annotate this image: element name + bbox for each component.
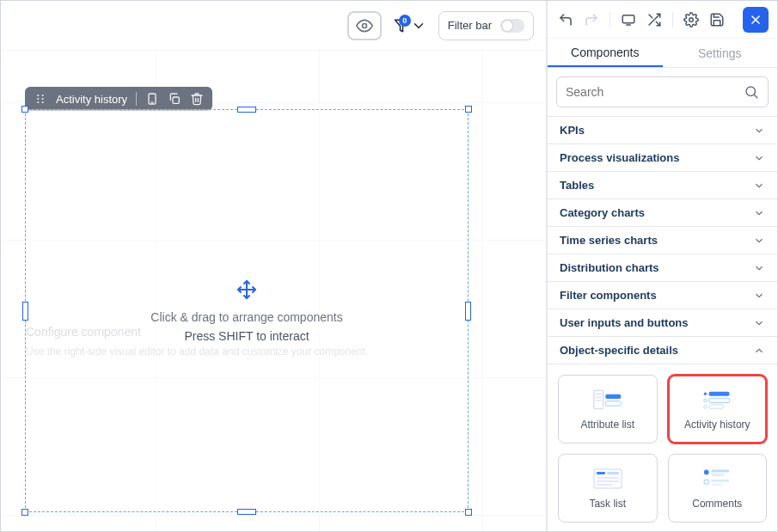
accordion-label: Tables (560, 179, 594, 192)
svg-point-44 (704, 480, 709, 485)
chevron-down-icon (753, 235, 765, 247)
card-attribute-list[interactable]: Attribute list (558, 375, 658, 443)
svg-rect-46 (712, 484, 723, 486)
divider (136, 92, 137, 106)
svg-point-33 (704, 406, 707, 408)
search-input[interactable] (566, 85, 737, 99)
accordion-user-inputs[interactable]: User inputs and buttons (548, 309, 777, 337)
svg-rect-32 (709, 398, 730, 402)
filter-count-badge: 0 (399, 15, 411, 27)
filter-dropdown[interactable]: 0 (390, 18, 430, 34)
svg-point-5 (42, 95, 44, 96)
task-list-icon (593, 467, 622, 491)
svg-rect-13 (622, 15, 634, 22)
eye-icon (356, 17, 373, 34)
accordion-object-specific[interactable]: Object-specific details (548, 337, 777, 364)
accordion-label: Category charts (560, 206, 645, 219)
selection-frame[interactable]: Click & drag to arrange components Press… (25, 109, 469, 512)
svg-rect-30 (709, 392, 730, 396)
chevron-down-icon (753, 152, 765, 164)
svg-rect-34 (709, 405, 724, 408)
side-panel: Components Settings KPIs Process visuali… (547, 1, 777, 531)
card-task-list[interactable]: Task list (558, 454, 658, 523)
accordion-time-series-charts[interactable]: Time series charts (548, 227, 777, 254)
svg-rect-43 (712, 474, 725, 475)
accordion-distribution-charts[interactable]: Distribution charts (548, 254, 777, 282)
svg-point-21 (746, 87, 756, 96)
divider (672, 12, 673, 28)
svg-rect-45 (712, 480, 730, 482)
undo-button[interactable] (556, 10, 575, 29)
save-button[interactable] (708, 10, 726, 29)
redo-button[interactable] (582, 10, 601, 29)
svg-line-22 (754, 95, 757, 97)
svg-rect-36 (597, 472, 605, 474)
tablet-icon[interactable] (145, 92, 159, 106)
chevron-down-icon (753, 180, 765, 192)
close-button[interactable] (743, 7, 769, 33)
component-chip-label: Activity history (56, 93, 127, 106)
tab-components[interactable]: Components (548, 39, 663, 67)
canvas-body[interactable]: Activity history Click & drag to arrange… (1, 51, 546, 531)
ghost-heading: Configure component (26, 325, 141, 339)
ghost-sub: Use the right-side visual editor to add … (26, 345, 368, 358)
svg-rect-10 (173, 97, 179, 103)
accordion-tables[interactable]: Tables (548, 172, 777, 199)
card-activity-history[interactable]: Activity history (668, 375, 768, 443)
filter-bar-toggle[interactable]: Filter bar (438, 11, 534, 40)
card-label: Attribute list (580, 419, 634, 431)
accordion-filter-components[interactable]: Filter components (548, 282, 777, 309)
svg-point-18 (689, 17, 694, 21)
component-card-grid: Attribute list Activity history Task lis… (558, 375, 767, 523)
card-label: Comments (692, 498, 742, 510)
chevron-down-icon (753, 317, 765, 329)
card-comments[interactable]: Comments (668, 454, 768, 523)
trash-icon[interactable] (190, 92, 204, 106)
search-wrap (548, 68, 777, 116)
svg-rect-42 (712, 470, 730, 473)
selection-placeholder: Click & drag to arrange components Press… (26, 110, 468, 511)
chevron-down-icon (753, 290, 765, 302)
screen-button[interactable] (619, 10, 638, 29)
card-label: Activity history (684, 419, 750, 431)
close-icon (749, 13, 763, 27)
chevron-down-icon (411, 18, 426, 34)
activity-history-icon (702, 388, 732, 412)
accordion-kpis[interactable]: KPIs (548, 117, 777, 144)
card-label: Task list (589, 498, 626, 510)
toggle-switch[interactable] (500, 19, 524, 33)
app-root: 0 Filter bar Activity history (0, 0, 778, 532)
history-group (556, 10, 726, 29)
accordion-label: Distribution charts (560, 261, 659, 274)
search-icon (744, 84, 759, 100)
shuffle-button[interactable] (645, 10, 664, 29)
comments-icon (702, 467, 732, 491)
svg-rect-27 (605, 394, 621, 399)
svg-point-29 (704, 393, 707, 395)
tab-settings[interactable]: Settings (663, 39, 778, 67)
side-tabs: Components Settings (548, 39, 777, 68)
accordion-category-charts[interactable]: Category charts (548, 199, 777, 227)
canvas-pane: 0 Filter bar Activity history (1, 1, 547, 531)
accordion-label: User inputs and buttons (560, 316, 689, 329)
svg-rect-28 (605, 401, 621, 406)
divider (610, 12, 610, 28)
accordion-label: KPIs (560, 124, 585, 137)
svg-point-41 (704, 470, 709, 475)
move-icon (236, 279, 257, 300)
attribute-list-icon (593, 388, 622, 412)
accordion-list: KPIs Process visualizations Tables Categ… (548, 116, 777, 531)
svg-rect-37 (607, 472, 619, 474)
svg-point-3 (37, 98, 39, 100)
chevron-down-icon (753, 125, 765, 137)
chevron-up-icon (753, 345, 765, 357)
copy-icon[interactable] (168, 92, 181, 106)
search-box[interactable] (556, 76, 769, 107)
component-chip[interactable]: Activity history (25, 87, 212, 111)
settings-gear-button[interactable] (682, 10, 701, 29)
chevron-down-icon (753, 207, 765, 219)
hint-shift: Press SHIFT to interact (184, 329, 309, 343)
accordion-label: Object-specific details (560, 344, 678, 357)
accordion-process-visualizations[interactable]: Process visualizations (548, 144, 777, 172)
preview-button[interactable] (347, 11, 382, 40)
